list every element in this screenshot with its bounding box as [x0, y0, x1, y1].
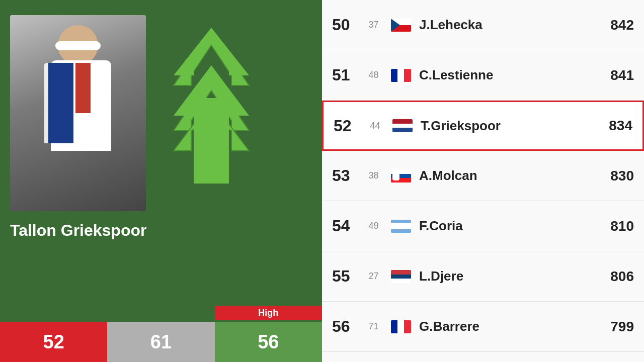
ranking-row: 56 71 G.Barrere 799 [322, 302, 644, 352]
weeks-value: 61 [150, 332, 172, 351]
ranking-row: 55 27 L.Djere 806 [322, 251, 644, 302]
ranking-row: 53 38 A.Molcan 830 [322, 151, 644, 201]
prev-rank: 44 [364, 121, 386, 131]
ranking-row: 57 54 P.Cachin 797 [322, 352, 644, 362]
player-points: 841 [604, 67, 634, 83]
country-flag [391, 220, 411, 233]
player-name-entry: L.Djere [419, 268, 604, 284]
stats-row: 52 61 High 56 [0, 322, 322, 362]
prev-rank: 49 [362, 221, 385, 231]
current-rank-box: 52 [0, 322, 107, 362]
ranking-row: 51 48 C.Lestienne 841 [322, 50, 644, 101]
ranking-row: 54 49 F.Coria 810 [322, 201, 644, 251]
player-name: Tallon Griekspoor [10, 221, 146, 240]
left-panel: Tallon Griekspoor 52 61 High 56 [0, 0, 322, 362]
player-name-entry: A.Molcan [419, 168, 604, 184]
player-name-entry: J.Lehecka [419, 17, 604, 33]
player-photo [10, 15, 146, 211]
right-panel: 50 37 J.Lehecka 842 51 48 C.Lestienne 84… [322, 0, 644, 362]
weeks-box: 61 [107, 322, 214, 362]
prev-rank: 38 [362, 170, 385, 181]
rank-number: 50 [332, 16, 362, 34]
prev-rank: 27 [362, 271, 385, 282]
player-points: 810 [604, 218, 634, 234]
player-points: 806 [604, 268, 634, 285]
high-box: High 56 [215, 322, 322, 362]
rank-number: 54 [332, 217, 362, 235]
country-flag [391, 270, 411, 283]
player-points: 830 [604, 168, 634, 184]
prev-rank: 37 [362, 20, 385, 30]
svg-marker-6 [194, 98, 229, 184]
up-arrow [171, 25, 252, 186]
rank-number: 55 [332, 267, 362, 286]
rank-number: 52 [334, 117, 364, 135]
country-flag [391, 169, 411, 183]
high-value: 56 [258, 332, 279, 351]
player-name-entry: C.Lestienne [419, 67, 604, 83]
rank-number: 53 [332, 166, 362, 185]
high-label: High [215, 306, 322, 320]
rank-number: 56 [332, 317, 362, 336]
player-name-entry: F.Coria [419, 218, 604, 234]
player-name-entry: G.Barrere [419, 319, 604, 334]
country-flag [391, 69, 411, 82]
prev-rank: 71 [362, 321, 385, 332]
ranking-row: 50 37 J.Lehecka 842 [322, 0, 644, 50]
country-flag [391, 320, 411, 333]
prev-rank: 48 [362, 70, 385, 80]
country-flag [392, 119, 413, 132]
ranking-row: 52 44 T.Griekspoor 834 [322, 101, 644, 151]
player-points: 834 [602, 118, 632, 134]
current-rank-value: 52 [43, 332, 64, 351]
rank-number: 51 [332, 66, 362, 84]
player-name-entry: T.Griekspoor [421, 118, 602, 134]
country-flag [391, 19, 411, 32]
ranking-list: 50 37 J.Lehecka 842 51 48 C.Lestienne 84… [322, 0, 644, 362]
player-points: 799 [604, 319, 634, 335]
player-points: 842 [604, 17, 634, 33]
